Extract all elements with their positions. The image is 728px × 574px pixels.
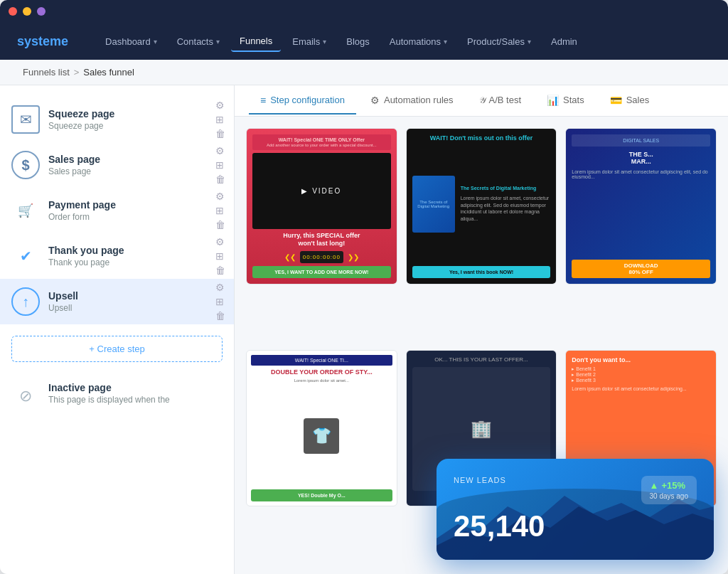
tab-step-configuration[interactable]: ≡ Step configuration [249,87,356,115]
copy-icon[interactable]: ⊞ [215,250,225,262]
sales-icon: 💳 [610,95,622,106]
nav-blogs[interactable]: Blogs [338,32,378,51]
chevron-down-icon: ▾ [528,38,531,46]
sidebar-item-upsell[interactable]: ↑ Upsell Upsell ⚙ ⊞ 🗑 [0,279,234,324]
list-icon: ≡ [260,95,266,106]
tmpl4-product-image: 👕 [304,418,339,454]
ab-icon: 𝒴 [479,95,485,105]
nav-funnels[interactable]: Funnels [231,31,281,52]
tab-ab-label: A/B test [489,95,522,105]
create-step-button[interactable]: + Create step [11,336,223,362]
badge-arrow-icon: ▲ [650,480,659,491]
inactive-icon: ⊘ [11,382,40,410]
template-card-1[interactable]: WAIT! Special ONE TIME ONLY Offer Add an… [246,128,397,285]
nav-automations-label: Automations [390,36,441,47]
tmpl3-cta: DOWNLOAD80% OFF [572,260,710,278]
template-card-4[interactable]: WAIT! Special ONE TI... DOUBLE YOUR ORDE… [246,350,397,506]
tmpl1-countdown: 00:00:00:00 [300,251,343,263]
nav-contacts[interactable]: Contacts ▾ [168,32,228,51]
envelope-icon: ✉ [11,105,40,134]
sidebar-sales-title: Sales page [48,154,223,165]
tab-sales[interactable]: 💳 Sales [599,87,661,115]
new-leads-card: NEW LEADS ▲ +15% 30 days ago 25,140 [437,459,714,560]
chevron-down-icon: ▾ [216,38,220,46]
chevron-down-icon: ▾ [154,38,157,46]
settings-icon[interactable]: ⚙ [215,145,225,156]
chart-icon: 📊 [547,95,559,106]
sidebar-payment-sub: Order form [48,212,223,222]
minimize-dot[interactable] [23,7,31,16]
close-dot[interactable] [9,7,17,16]
copy-icon[interactable]: ⊞ [215,296,225,307]
tabs-bar: ≡ Step configuration ⚙ Automation rules … [235,85,728,117]
tmpl1-video: ▶ VIDEO [252,153,391,229]
tmpl2-book: The Secrets of Digital Marketing [412,176,455,233]
tmpl4-cta: YES! Double My O... [251,489,392,501]
expand-dot[interactable] [37,7,46,16]
settings-icon[interactable]: ⚙ [215,191,225,202]
tab-sales-label: Sales [626,95,650,105]
tmpl2-headline: WAIT! Don't miss out on this offer [412,134,551,142]
breadcrumb-current: Sales funnel [83,67,134,78]
tmpl6-headline: Don't you want to... [572,356,710,363]
card-badge: ▲ +15% 30 days ago [641,476,697,504]
settings-icon[interactable]: ⚙ [215,100,225,111]
nav-dashboard[interactable]: Dashboard ▾ [97,32,166,51]
sidebar-item-squeeze[interactable]: ✉ Squeeze page Squeeze page ⚙ ⊞ 🗑 [0,97,234,142]
template-card-3[interactable]: DIGITAL SALES THE S...MAR... Lorem ipsum… [565,128,717,285]
sidebar-item-inactive[interactable]: ⊘ Inactive page This page is displayed w… [0,373,234,419]
dollar-icon: $ [11,151,40,179]
sidebar: ✉ Squeeze page Squeeze page ⚙ ⊞ 🗑 $ Sale… [0,85,235,574]
sidebar-squeeze-title: Squeeze page [48,108,223,119]
main-layout: ✉ Squeeze page Squeeze page ⚙ ⊞ 🗑 $ Sale… [0,85,728,574]
app-window: systeme Dashboard ▾ Contacts ▾ Funnels E… [0,0,728,574]
chevron-down-icon: ▾ [323,38,326,46]
tab-automation-label: Automation rules [384,95,454,105]
nav-dashboard-label: Dashboard [105,36,151,47]
card-label: NEW LEADS [454,476,506,484]
copy-icon[interactable]: ⊞ [215,205,225,216]
breadcrumb: Funnels list > Sales funnel [0,60,728,85]
card-value: 25,140 [454,510,697,543]
nav-blogs-label: Blogs [346,36,370,47]
tab-stats[interactable]: 📊 Stats [535,87,596,115]
nav-emails[interactable]: Emails ▾ [284,32,335,51]
tmpl4-headline: DOUBLE YOUR ORDER OF STY... [251,368,392,376]
trash-icon[interactable]: 🗑 [215,128,225,139]
sidebar-item-thankyou[interactable]: ✔ Thank you page Thank you page ⚙ ⊞ 🗑 [0,233,234,279]
settings-icon[interactable]: ⚙ [215,236,225,248]
nav-admin[interactable]: Admin [542,32,586,51]
tmpl1-headline: Hurry, this SPECIAL offerwon't last long… [252,232,391,248]
upsell-arrow-icon: ↑ [11,287,40,316]
trash-icon[interactable]: 🗑 [215,174,225,185]
sidebar-item-sales[interactable]: $ Sales page Sales page ⚙ ⊞ 🗑 [0,142,234,188]
trash-icon[interactable]: 🗑 [215,219,225,230]
nav-automations[interactable]: Automations ▾ [381,32,456,51]
nav-funnels-label: Funnels [240,36,272,46]
tab-ab-test[interactable]: 𝒴 A/B test [468,87,533,114]
sidebar-upsell-sub: Upsell [48,303,223,313]
tab-automation-rules[interactable]: ⚙ Automation rules [359,87,465,115]
settings-icon[interactable]: ⚙ [215,282,225,293]
tmpl3-body: Lorem ipsum dolor sit amet consectetur a… [572,169,710,255]
brand-logo[interactable]: systeme [17,34,68,49]
nav-contacts-label: Contacts [177,36,213,47]
template-card-2[interactable]: WAIT! Don't miss out on this offer The S… [406,128,557,285]
nav-items: Dashboard ▾ Contacts ▾ Funnels Emails ▾ … [97,31,711,52]
sidebar-thankyou-sub: Thank you page [48,257,223,267]
nav-product-sales-label: Product/Sales [467,36,525,47]
trash-icon[interactable]: 🗑 [215,310,225,321]
tmpl3-label: DIGITAL SALES [623,138,659,143]
titlebar [0,0,728,23]
nav-product-sales[interactable]: Product/Sales ▾ [459,32,540,51]
breadcrumb-parent[interactable]: Funnels list [23,67,70,78]
trash-icon[interactable]: 🗑 [215,265,225,276]
sidebar-item-payment[interactable]: 🛒 Payment page Order form ⚙ ⊞ 🗑 [0,188,234,233]
nav-emails-label: Emails [292,36,320,47]
sidebar-upsell-title: Upsell [48,290,223,302]
copy-icon[interactable]: ⊞ [215,159,225,171]
copy-icon[interactable]: ⊞ [215,114,225,125]
tab-stats-label: Stats [563,95,584,105]
badge-percentage: +15% [661,480,685,491]
check-icon: ✔ [11,242,40,270]
